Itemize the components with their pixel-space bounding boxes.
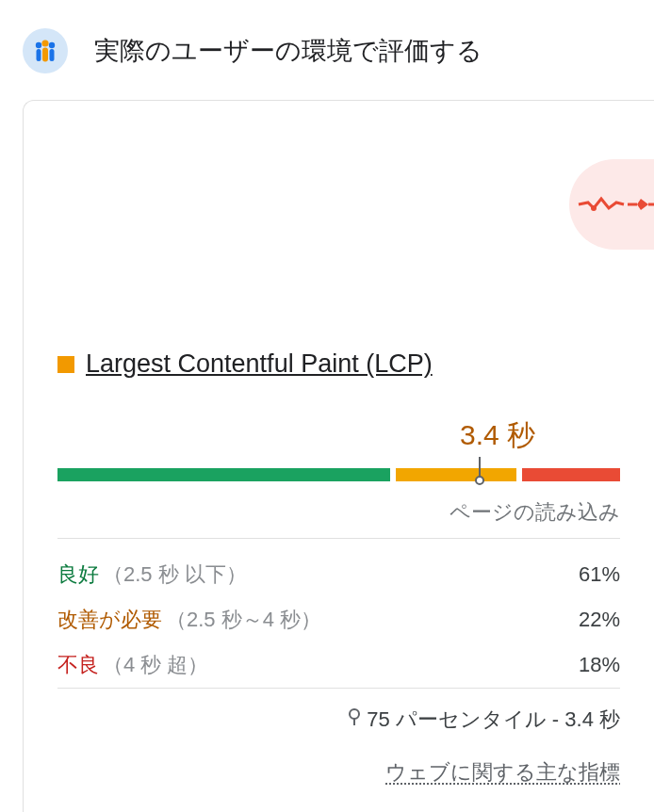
svg-point-6: [591, 205, 597, 211]
divider: [57, 538, 620, 539]
metric-title-link[interactable]: Largest Contentful Paint (LCP): [86, 349, 433, 379]
breakdown-row-poor: 不良 （4 秒 超） 18%: [57, 642, 620, 688]
svg-point-0: [36, 42, 41, 48]
header: 実際のユーザーの環境で評価する: [0, 0, 654, 100]
trend-badge: [569, 159, 654, 250]
distribution-bar: [57, 468, 620, 481]
pin-icon: [348, 708, 361, 731]
svg-rect-5: [42, 48, 48, 62]
svg-rect-3: [50, 49, 55, 61]
breakdown-label: 不良: [57, 651, 99, 679]
header-title: 実際のユーザーの環境で評価する: [94, 34, 482, 68]
metric-section: Largest Contentful Paint (LCP) 3.4 秒 ページ…: [57, 349, 620, 787]
svg-marker-7: [637, 199, 648, 210]
breakdown-label: 良好: [57, 560, 99, 589]
svg-point-9: [350, 709, 359, 719]
breakdown-pct: 61%: [579, 562, 620, 587]
metric-title-row: Largest Contentful Paint (LCP): [57, 349, 620, 379]
breakdown-range: （4 秒 超）: [103, 651, 208, 679]
dist-segment-needs-improvement: [396, 468, 515, 481]
footnote-text: 75 パーセンタイル - 3.4 秒: [367, 706, 620, 734]
percentile-marker-icon: [474, 457, 485, 493]
breakdown-range: （2.5 秒 以下）: [103, 560, 247, 589]
breakdown-row-ni: 改善が必要 （2.5 秒～4 秒） 22%: [57, 597, 620, 642]
breakdown-label: 改善が必要: [57, 606, 162, 634]
metric-subtitle: ページの読み込み: [57, 498, 620, 527]
divider: [57, 688, 620, 689]
trend-line-icon: [569, 186, 654, 223]
web-vitals-link[interactable]: ウェブに関する主な指標: [385, 760, 620, 784]
breakdown-list: 良好 （2.5 秒 以下） 61% 改善が必要 （2.5 秒～4 秒） 22% …: [57, 552, 620, 688]
metric-value: 3.4 秒: [460, 419, 535, 450]
percentile-footnote: 75 パーセンタイル - 3.4 秒: [57, 706, 620, 734]
breakdown-row-good: 良好 （2.5 秒 以下） 61%: [57, 552, 620, 597]
status-square-icon: [57, 356, 74, 373]
breakdown-range: （2.5 秒～4 秒）: [166, 606, 321, 634]
users-icon: [23, 28, 68, 73]
breakdown-pct: 18%: [579, 653, 620, 677]
metric-value-row: 3.4 秒: [57, 416, 620, 455]
svg-point-4: [41, 40, 48, 46]
link-row: ウェブに関する主な指標: [57, 758, 620, 787]
svg-rect-1: [37, 49, 41, 61]
metric-card: Largest Contentful Paint (LCP) 3.4 秒 ページ…: [23, 100, 654, 812]
dist-segment-poor: [522, 468, 620, 481]
svg-point-2: [49, 42, 55, 48]
dist-segment-good: [57, 468, 390, 481]
breakdown-pct: 22%: [579, 608, 620, 632]
